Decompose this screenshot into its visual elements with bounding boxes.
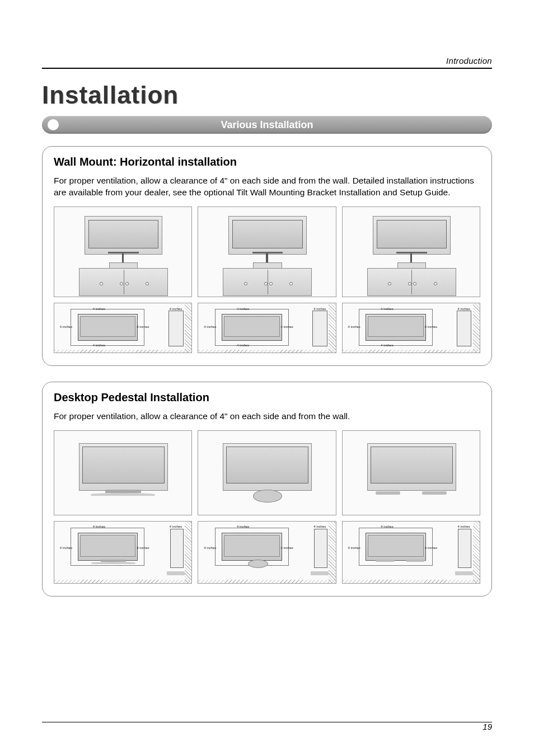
wall-mount-clearance-row: 4 inches 4 inches 4 inches 4 inches 4 in… xyxy=(54,303,480,353)
wall-mount-figure-a xyxy=(54,206,192,297)
wall-mount-text: For proper ventilation, allow a clearanc… xyxy=(54,175,480,199)
clearance-left-label: 4 inches xyxy=(348,325,360,328)
wall-mount-top-row xyxy=(54,206,480,297)
clearance-bottom-label: 4 inches xyxy=(93,344,105,347)
bottom-rule xyxy=(42,722,492,722)
page: Introduction Installation Various Instal… xyxy=(0,0,534,756)
clearance-back-label: 4 inches xyxy=(457,525,470,528)
pedestal-top-row xyxy=(54,430,480,515)
wall-mount-heading: Wall Mount: Horizontal installation xyxy=(54,156,480,168)
clearance-back-label: 4 inches xyxy=(457,307,470,311)
pedestal-clearance-c: 4 inches 4 inches 4 inches 4 inches xyxy=(342,521,480,584)
clearance-back-label: 4 inches xyxy=(170,307,182,311)
wall-mount-clearance-b: 4 inches 4 inches 4 inches 4 inches 4 in… xyxy=(198,303,336,353)
clearance-top-label: 4 inches xyxy=(93,525,105,528)
top-rule xyxy=(42,68,492,69)
pedestal-figure-a xyxy=(54,430,192,515)
clearance-top-label: 4 inches xyxy=(237,525,249,528)
clearance-right-label: 4 inches xyxy=(137,325,149,328)
clearance-right-label: 4 inches xyxy=(137,546,149,550)
clearance-back-label: 4 inches xyxy=(313,525,326,528)
clearance-right-label: 4 inches xyxy=(425,546,437,550)
clearance-top-label: 4 inches xyxy=(381,525,393,528)
wall-mount-figure-b xyxy=(198,206,336,297)
clearance-left-label: 4 inches xyxy=(204,325,216,328)
pedestal-heading: Desktop Pedestal Installation xyxy=(54,391,480,404)
clearance-top-label: 4 inches xyxy=(93,307,105,311)
clearance-left-label: 4 inches xyxy=(60,325,72,328)
wall-mount-clearance-c: 4 inches 4 inches 4 inches 4 inches 4 in… xyxy=(342,303,480,353)
subsection-title: Various Installation xyxy=(42,116,492,134)
pedestal-clearance-b: 4 inches 4 inches 4 inches 4 inches xyxy=(198,521,336,584)
clearance-top-label: 4 inches xyxy=(237,307,249,311)
clearance-back-label: 4 inches xyxy=(313,307,326,311)
wall-mount-clearance-a: 4 inches 4 inches 4 inches 4 inches 4 in… xyxy=(54,303,192,353)
clearance-left-label: 4 inches xyxy=(204,546,216,550)
page-number: 19 xyxy=(483,722,492,731)
wall-mount-figure-c xyxy=(342,206,480,297)
clearance-right-label: 4 inches xyxy=(425,325,437,328)
clearance-bottom-label: 4 inches xyxy=(381,344,393,347)
pedestal-text: For proper ventilation, allow a clearanc… xyxy=(54,411,480,422)
page-title: Installation xyxy=(42,81,492,109)
clearance-left-label: 4 inches xyxy=(348,546,360,550)
clearance-bottom-label: 4 inches xyxy=(237,344,249,347)
subsection-header: Various Installation xyxy=(42,116,492,134)
pedestal-panel: Desktop Pedestal Installation For proper… xyxy=(42,382,492,597)
section-label: Introduction xyxy=(42,56,492,65)
pedestal-figure-c xyxy=(342,430,480,515)
clearance-right-label: 4 inches xyxy=(281,325,293,328)
clearance-back-label: 4 inches xyxy=(170,525,182,528)
clearance-left-label: 4 inches xyxy=(60,546,72,550)
pedestal-clearance-row: 4 inches 4 inches 4 inches 4 inches 4 in… xyxy=(54,521,480,584)
clearance-top-label: 4 inches xyxy=(381,307,393,311)
wall-mount-panel: Wall Mount: Horizontal installation For … xyxy=(42,146,492,366)
pedestal-figure-b xyxy=(198,430,336,515)
clearance-right-label: 4 inches xyxy=(281,546,293,550)
pedestal-clearance-a: 4 inches 4 inches 4 inches 4 inches xyxy=(54,521,192,584)
